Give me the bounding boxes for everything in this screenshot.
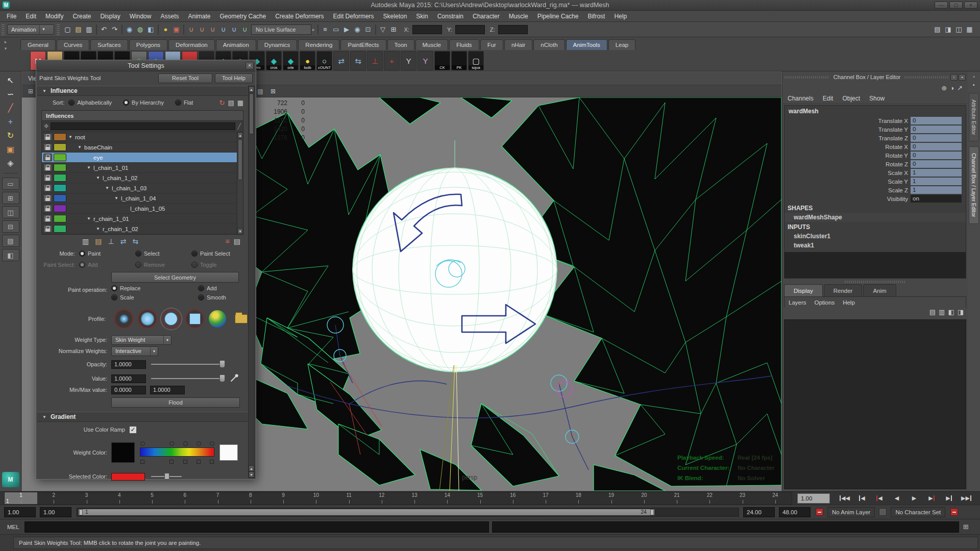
attribute-value[interactable]: 0	[911, 134, 962, 142]
influence-color-swatch[interactable]	[54, 225, 66, 233]
min-value-field[interactable]: 0.0000	[111, 386, 146, 394]
menu-item[interactable]: Modify	[41, 11, 68, 21]
channel-attribute-row[interactable]: Rotate Y 0	[785, 151, 966, 160]
max-color-swatch[interactable]	[219, 444, 238, 461]
range-start-handle[interactable]	[79, 509, 83, 515]
close-button[interactable]: ×	[964, 2, 977, 9]
lock-icon[interactable]	[43, 174, 52, 182]
attribute-value[interactable]: 1	[911, 169, 962, 177]
expand-icon[interactable]	[96, 176, 103, 180]
soft-brush-button[interactable]	[138, 309, 157, 329]
weight-color-swatch[interactable]	[111, 442, 135, 463]
hyperbolic-icon[interactable]: ↗	[957, 84, 963, 92]
lock-icon[interactable]	[43, 215, 52, 222]
expand-icon[interactable]	[87, 165, 93, 170]
channel-attribute-row[interactable]: Rotate Z 0	[785, 160, 966, 168]
timeline-frame[interactable]: 11	[333, 492, 365, 504]
snap-projected-center-icon[interactable]: ∪	[218, 24, 229, 35]
attribute-value[interactable]: 0	[911, 126, 962, 133]
influence-row[interactable]: baseChain	[42, 142, 243, 153]
square-brush-button[interactable]	[185, 309, 204, 329]
timeline-frame[interactable]: 15	[464, 492, 497, 504]
paint-select-tool[interactable]: ╱	[2, 101, 19, 115]
input-node[interactable]: skinCluster1	[785, 232, 966, 241]
x-input[interactable]	[412, 25, 442, 34]
shelf-skeleton-button[interactable]: Y	[401, 51, 416, 70]
divider[interactable]	[183, 24, 184, 35]
influence-row[interactable]: r_chain_1_01	[42, 214, 243, 224]
select-by-component-icon[interactable]: ◧	[145, 24, 156, 35]
move-layer-up-icon[interactable]: ▤	[929, 308, 936, 318]
influence-color-swatch[interactable]	[54, 194, 66, 202]
new-layer-from-selected-icon[interactable]: ◨	[958, 308, 964, 318]
scroll-up-icon[interactable]: ▲	[249, 86, 254, 92]
shelf-tab[interactable]: Polygons	[129, 39, 167, 50]
move-layer-down-icon[interactable]: ▥	[939, 308, 945, 318]
menu-item[interactable]: Display	[95, 11, 125, 21]
outliner-toggle-icon[interactable]: ▤	[932, 24, 943, 35]
timeline-frame[interactable]: 21	[660, 492, 693, 504]
shelf-squa-button[interactable]: ▢ squa	[468, 51, 484, 70]
channel-attribute-row[interactable]: Translate Z 0	[785, 134, 966, 142]
menu-item[interactable]: Constrain	[433, 11, 468, 21]
auto-keyframe-icon[interactable]	[950, 508, 958, 516]
new-empty-layer-icon[interactable]: ◧	[948, 308, 954, 318]
expand-icon[interactable]	[96, 227, 103, 231]
timeline-frame[interactable]: 12	[365, 492, 398, 504]
scroll-up-icon[interactable]: ▲	[237, 132, 243, 138]
sort-radio[interactable]: Alphabetically	[68, 99, 112, 106]
animation-end-field[interactable]: 48.00	[779, 507, 811, 517]
paint-select-radio[interactable]: Remove	[135, 262, 180, 268]
timeline-frame[interactable]: 3	[70, 492, 103, 504]
divider[interactable]	[317, 24, 318, 35]
divider[interactable]	[375, 24, 376, 35]
influence-color-swatch[interactable]	[54, 174, 66, 182]
use-color-ramp-checkbox[interactable]: ✓	[129, 426, 137, 434]
channel-attribute-row[interactable]: Visibility on	[785, 194, 966, 203]
lock-icon[interactable]	[43, 205, 52, 212]
attribute-value[interactable]: 0	[911, 160, 962, 168]
undo-icon[interactable]: ↶	[99, 24, 109, 35]
manipulator-icon[interactable]: ⊕	[941, 84, 947, 92]
menu-item[interactable]: Edit Deformers	[329, 11, 379, 21]
influence-row[interactable]: l_chain_1_05	[42, 204, 243, 214]
value-list-icon[interactable]: ▤	[234, 237, 240, 245]
shelf-tab[interactable]: Fluids	[449, 39, 479, 50]
influence-color-swatch[interactable]	[54, 154, 66, 161]
open-scene-icon[interactable]: ▤	[73, 24, 84, 35]
reset-tool-button[interactable]: Reset Tool	[158, 73, 212, 83]
timeline-frame[interactable]: 18	[562, 492, 595, 504]
script-editor-icon[interactable]: ⊞	[963, 523, 969, 531]
channel-box-menu-item[interactable]: Channels	[788, 95, 814, 102]
paint-operation-radio[interactable]: Scale	[111, 294, 187, 300]
channel-box-menu-item[interactable]: Edit	[823, 95, 834, 102]
menu-item[interactable]: Assets	[156, 11, 183, 21]
save-scene-icon[interactable]: ▥	[84, 24, 94, 35]
lock-selection-icon[interactable]: ●	[160, 24, 171, 35]
snap-view-plane-icon[interactable]: ∪	[229, 24, 239, 35]
move-tool[interactable]: +	[2, 115, 19, 129]
ramp-marker-dot[interactable]	[169, 441, 174, 446]
weight-hammer-icon[interactable]: ⊥	[108, 237, 114, 245]
channel-attribute-row[interactable]: Rotate X 0	[785, 142, 966, 151]
sidebar-tab[interactable]: Channel Box / Layer Editor	[969, 146, 979, 224]
lock-icon[interactable]	[43, 164, 52, 171]
layout-persp-outliner-button[interactable]: ◫	[2, 206, 19, 218]
shape-node[interactable]: wardMeshShape	[785, 213, 966, 222]
timeline-frame[interactable]: 6	[168, 492, 201, 504]
shelf-count-button[interactable]: ○ cOUNT	[316, 51, 332, 70]
menu-item[interactable]: Window	[125, 11, 156, 21]
shelf-tab[interactable]: Animation	[216, 39, 256, 50]
ramp-marker-square[interactable]	[169, 460, 174, 464]
layout-single-pane-button[interactable]: ▭	[2, 178, 19, 190]
attribute-value[interactable]: 0	[911, 152, 962, 159]
layout-hypershade-button[interactable]: ▤	[2, 235, 19, 247]
tool-settings-title-bar[interactable]: Tool Settings ×	[36, 60, 256, 71]
shelf-orie-button[interactable]: ◆ orie	[283, 51, 299, 70]
shelf-tab[interactable]: Toon	[387, 39, 414, 50]
solid-brush-button[interactable]	[162, 309, 181, 329]
maximize-button[interactable]: ▢	[949, 2, 963, 9]
gaussian-brush-button[interactable]	[114, 309, 133, 329]
shelf-tab[interactable]: Dynamics	[257, 39, 297, 50]
layout-persp-uv-button[interactable]: ◧	[2, 249, 19, 261]
